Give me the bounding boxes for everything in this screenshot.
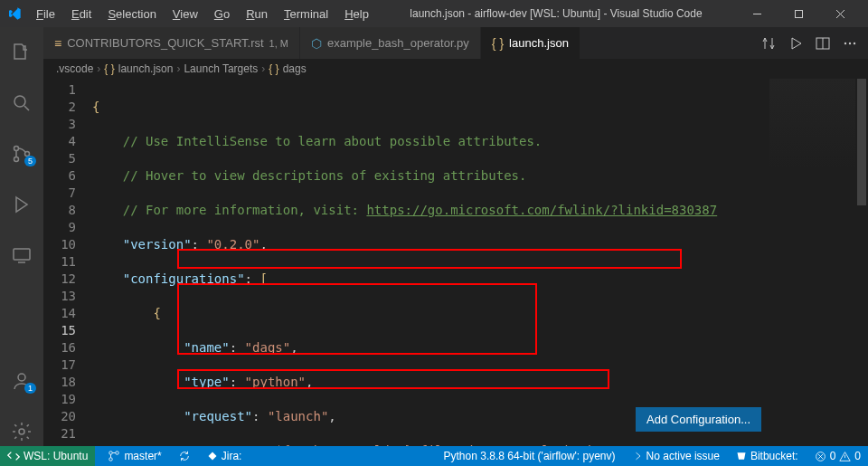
json-icon: { } <box>269 62 278 75</box>
svg-point-13 <box>109 458 113 461</box>
svg-point-10 <box>849 42 851 43</box>
breadcrumb-item[interactable]: .vscode <box>56 62 93 75</box>
svg-rect-5 <box>14 249 30 260</box>
menu-terminal[interactable]: Terminal <box>277 4 335 24</box>
tab-launch-json[interactable]: { } launch.json <box>481 27 580 59</box>
vertical-scrollbar[interactable] <box>855 79 868 450</box>
more-actions-icon[interactable] <box>843 36 857 51</box>
git-branch[interactable]: master* <box>104 450 165 462</box>
svg-point-9 <box>844 42 846 43</box>
breadcrumb-item[interactable]: Launch Targets <box>184 62 258 75</box>
tab-label: example_bash_operator.py <box>327 36 469 50</box>
menu-view[interactable]: View <box>165 4 205 24</box>
editor-area[interactable]: 1234567 891011121314 15161718192021 { //… <box>43 79 868 450</box>
svg-point-11 <box>854 42 855 43</box>
close-button[interactable] <box>819 0 861 27</box>
svg-point-6 <box>18 374 25 381</box>
tab-label: launch.json <box>509 36 569 50</box>
tab-modified-indicator: 1, M <box>269 38 288 49</box>
tab-bar: ≡ CONTRIBUTORS_QUICK_START.rst 1, M ⬡ ex… <box>0 27 868 59</box>
minimap[interactable] <box>769 79 855 169</box>
tab-contributors-rst[interactable]: ≡ CONTRIBUTORS_QUICK_START.rst 1, M <box>43 27 300 59</box>
run-debug-icon[interactable] <box>0 186 43 223</box>
chevron-right-icon: › <box>97 62 100 75</box>
problems-indicator[interactable]: 0 0 <box>811 450 864 462</box>
remote-explorer-icon[interactable] <box>0 237 43 273</box>
editor-actions <box>750 27 868 59</box>
accounts-icon[interactable]: 1 <box>0 363 43 399</box>
source-control-icon[interactable]: 5 <box>0 136 43 172</box>
menu-bar: File Edit Selection View Go Run Terminal… <box>29 4 376 24</box>
window-title: launch.json - airflow-dev [WSL: Ubuntu] … <box>376 7 736 20</box>
json-icon: { } <box>104 62 114 75</box>
json-icon: { } <box>492 36 504 51</box>
split-editor-icon[interactable] <box>816 36 830 51</box>
status-bar: WSL: Ubuntu master* Jira: Python 3.8.8 6… <box>0 446 868 466</box>
breadcrumb[interactable]: .vscode › { } launch.json › Launch Targe… <box>0 59 868 79</box>
svg-point-3 <box>14 157 19 162</box>
svg-point-2 <box>14 147 19 151</box>
svg-point-12 <box>109 452 113 455</box>
breadcrumb-item[interactable]: launch.json <box>118 62 174 75</box>
menu-edit[interactable]: Edit <box>64 4 99 24</box>
open-changes-icon[interactable] <box>761 36 776 51</box>
tab-example-py[interactable]: ⬡ example_bash_operator.py <box>300 27 481 59</box>
tab-label: CONTRIBUTORS_QUICK_START.rst <box>67 36 263 50</box>
file-icon: ≡ <box>54 36 61 51</box>
maximize-button[interactable] <box>778 0 819 27</box>
menu-file[interactable]: File <box>29 4 62 24</box>
no-active-issue[interactable]: No active issue <box>628 450 723 462</box>
menu-go[interactable]: Go <box>207 4 237 24</box>
activity-bar: 5 1 <box>0 27 43 450</box>
chevron-right-icon: › <box>176 62 180 75</box>
scm-badge: 5 <box>24 156 36 166</box>
window-controls <box>736 0 861 27</box>
remote-indicator[interactable]: WSL: Ubuntu <box>0 446 95 466</box>
code-content[interactable]: { // Use IntelliSense to learn about pos… <box>92 79 868 450</box>
explorer-icon[interactable] <box>0 34 43 71</box>
add-configuration-button[interactable]: Add Configuration... <box>636 407 761 432</box>
search-icon[interactable] <box>0 85 43 121</box>
bitbucket-status[interactable]: Bitbucket: <box>732 450 802 462</box>
svg-point-7 <box>19 429 24 434</box>
line-numbers: 1234567 891011121314 15161718192021 <box>43 79 92 450</box>
menu-run[interactable]: Run <box>239 4 275 24</box>
menu-selection[interactable]: Selection <box>100 4 163 24</box>
vscode-logo-icon <box>7 6 22 21</box>
run-file-icon[interactable] <box>788 36 803 51</box>
svg-point-14 <box>116 452 119 455</box>
accounts-badge: 1 <box>24 383 36 394</box>
menu-help[interactable]: Help <box>337 4 376 24</box>
python-interpreter[interactable]: Python 3.8.8 64-bit ('airflow': pyenv) <box>440 450 619 462</box>
sync-icon[interactable] <box>175 450 194 462</box>
breadcrumb-item[interactable]: dags <box>283 62 307 75</box>
settings-gear-icon[interactable] <box>0 414 43 450</box>
svg-point-1 <box>14 96 25 107</box>
svg-rect-0 <box>795 10 802 17</box>
python-icon: ⬡ <box>311 36 322 51</box>
jira-status[interactable]: Jira: <box>203 450 246 462</box>
title-bar: File Edit Selection View Go Run Terminal… <box>0 0 868 27</box>
scrollbar-thumb[interactable] <box>857 79 866 205</box>
minimize-button[interactable] <box>736 0 778 27</box>
chevron-right-icon: › <box>261 62 265 75</box>
